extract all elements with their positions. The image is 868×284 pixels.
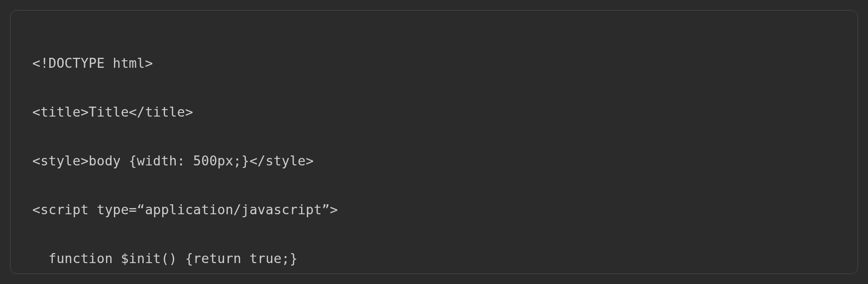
code-line: <!DOCTYPE html> (32, 51, 836, 75)
code-line: <script type=“application/javascript”> (32, 197, 836, 222)
code-line: <title>Title</title> (32, 100, 836, 124)
code-block: <!DOCTYPE html> <title>Title</title> <st… (10, 10, 858, 274)
code-line: function $init() {return true;} (32, 246, 836, 271)
code-line: <style>body {width: 500px;}</style> (32, 148, 836, 173)
